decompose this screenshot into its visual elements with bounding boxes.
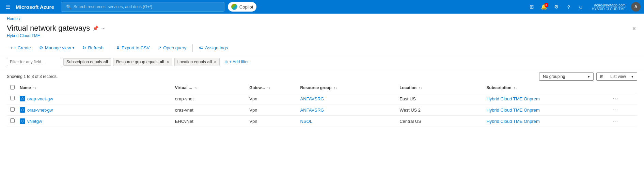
row-checkbox[interactable]	[10, 96, 15, 100]
col-header-actions	[607, 83, 637, 93]
col-location-sort-icon: ↑↓	[419, 86, 422, 90]
col-name-sort-icon: ↑↓	[33, 86, 36, 90]
row-checkbox[interactable]	[10, 118, 15, 123]
row-subscription-cell: Hybrid Cloud TME Onprem	[483, 104, 607, 116]
open-query-label: Open query	[163, 45, 186, 50]
col-header-location[interactable]: Location ↑↓	[396, 83, 483, 93]
copilot-icon	[231, 4, 237, 10]
add-filter-label: + Add filter	[229, 60, 249, 64]
row-checkbox-cell[interactable]	[7, 116, 16, 127]
breadcrumb-home[interactable]: Home	[7, 16, 18, 21]
page-header: Virtual network gateways 📌 ··· Hybrid Cl…	[0, 22, 644, 42]
col-header-name[interactable]: Name ↑↓	[16, 83, 172, 93]
refresh-icon: ↻	[82, 45, 86, 50]
row-rg-cell: NSOL	[297, 116, 396, 127]
toolbar-divider-1	[110, 44, 110, 52]
pin-icon[interactable]: 📌	[93, 26, 98, 31]
grouping-label: No grouping	[543, 74, 565, 79]
hamburger-menu-icon[interactable]: ☰	[3, 4, 12, 10]
select-all-checkbox[interactable]	[10, 85, 15, 89]
row-rg-link[interactable]: NSOL	[300, 119, 312, 124]
row-subscription-cell: Hybrid Cloud TME Onprem	[483, 93, 607, 104]
main-content: Home › Virtual network gateways 📌 ··· Hy…	[0, 14, 644, 196]
row-gateway-cell: Vpn	[246, 116, 297, 127]
row-name-link[interactable]: vNetgw	[27, 119, 42, 124]
close-button[interactable]: ×	[631, 24, 637, 34]
filter-tag-rg-close[interactable]: ×	[167, 59, 169, 65]
assign-tags-button[interactable]: 🏷 Assign tags	[195, 44, 231, 52]
user-subscription: HYBRID CLOUD TME	[592, 7, 626, 11]
search-placeholder: Search resources, services, and docs (G+…	[74, 4, 152, 9]
table-row: ⬡ oras-vnet-gw oras-vnet Vpn ANFAVSRG We…	[7, 104, 637, 116]
col-location-label: Location	[399, 85, 417, 90]
filter-tag-location: Location equals all ×	[174, 58, 220, 66]
notifications-icon[interactable]: 🔔 5	[539, 1, 550, 12]
user-avatar[interactable]: A	[631, 2, 641, 12]
col-header-subscription[interactable]: Subscription ↑↓	[483, 83, 607, 93]
top-navigation: ☰ Microsoft Azure 🔍 Search resources, se…	[0, 0, 644, 14]
col-header-rg[interactable]: Resource group ↑↓	[297, 83, 396, 93]
open-query-icon: ↗	[158, 45, 161, 50]
select-all-header[interactable]	[7, 83, 16, 93]
toolbar-divider-2	[192, 44, 193, 52]
row-name-link[interactable]: oras-vnet-gw	[27, 108, 53, 113]
settings-icon[interactable]: ⚙	[551, 1, 562, 12]
user-info[interactable]: acao@netapp.com HYBRID CLOUD TME	[592, 3, 626, 11]
table-header-row: Name ↑↓ Virtual ... ↑↓ Gatew... ↑↓ Resou…	[7, 83, 637, 93]
export-csv-button[interactable]: ⬇ Export to CSV	[113, 44, 153, 52]
row-subscription-link[interactable]: Hybrid Cloud TME Onprem	[486, 108, 540, 113]
open-query-button[interactable]: ↗ Open query	[154, 44, 190, 52]
manage-view-button[interactable]: ⚙ Manage view ▾	[36, 44, 78, 52]
row-rg-link[interactable]: ANFAVSRG	[300, 108, 324, 113]
row-checkbox-cell[interactable]	[7, 104, 16, 116]
row-subscription-link[interactable]: Hybrid Cloud TME Onprem	[486, 119, 540, 124]
view-chevron: ▾	[631, 75, 633, 79]
records-bar: Showing 1 to 3 of 3 records. No grouping…	[0, 69, 644, 83]
row-more-actions-button[interactable]: ···	[611, 95, 620, 102]
notification-badge: 5	[545, 3, 548, 7]
row-actions-cell: ···	[607, 116, 637, 127]
col-rg-sort-icon: ↑↓	[334, 86, 337, 90]
search-box[interactable]: 🔍 Search resources, services, and docs (…	[61, 2, 224, 12]
row-rg-cell: ANFAVSRG	[297, 93, 396, 104]
copilot-label: Copilot	[239, 4, 253, 10]
row-subscription-link[interactable]: Hybrid Cloud TME Onprem	[486, 96, 540, 101]
create-button[interactable]: + + Create	[7, 44, 34, 52]
filter-input[interactable]	[7, 58, 61, 66]
col-sub-label: Subscription	[486, 85, 511, 90]
row-checkbox[interactable]	[10, 107, 15, 112]
grouping-dropdown[interactable]: No grouping ▾	[539, 72, 594, 81]
add-filter-button[interactable]: ⊕ + Add filter	[222, 59, 251, 65]
breadcrumb: Home ›	[0, 14, 644, 22]
resource-type-icon: ⬡	[20, 107, 25, 113]
row-location-cell: Central US	[396, 116, 483, 127]
row-more-actions-button[interactable]: ···	[611, 106, 620, 113]
feedback-icon[interactable]: ☺	[576, 1, 586, 12]
portal-icon[interactable]: ⊞	[527, 1, 537, 12]
row-checkbox-cell[interactable]	[7, 93, 16, 104]
help-icon[interactable]: ?	[563, 1, 574, 12]
resource-type-icon: ⬡	[20, 96, 25, 101]
filter-tag-rg-label: Resource group equals	[116, 60, 158, 64]
col-header-gateway[interactable]: Gatew... ↑↓	[246, 83, 297, 93]
search-icon: 🔍	[66, 4, 72, 10]
filter-bar: Subscription equals all Resource group e…	[0, 55, 644, 69]
create-icon: +	[10, 45, 13, 50]
resources-table: Name ↑↓ Virtual ... ↑↓ Gatew... ↑↓ Resou…	[7, 83, 637, 127]
table-row: ⬡ orap-vnet-gw orap-vnet Vpn ANFAVSRG Ea…	[7, 93, 637, 104]
page-title: Virtual network gateways 📌 ···	[7, 24, 106, 33]
more-options-icon[interactable]: ···	[101, 25, 106, 31]
col-header-virtual[interactable]: Virtual ... ↑↓	[172, 83, 246, 93]
row-name-link[interactable]: orap-vnet-gw	[27, 96, 53, 101]
add-filter-icon: ⊕	[224, 60, 228, 64]
refresh-button[interactable]: ↻ Refresh	[79, 44, 107, 52]
copilot-button[interactable]: Copilot	[228, 2, 256, 12]
grouping-chevron: ▾	[588, 75, 590, 79]
toolbar: + + Create ⚙ Manage view ▾ ↻ Refresh ⬇ E…	[0, 42, 644, 55]
row-more-actions-button[interactable]: ···	[611, 117, 620, 125]
filter-tag-location-close[interactable]: ×	[214, 59, 217, 65]
view-dropdown[interactable]: ⊞ List view ▾	[596, 72, 637, 81]
col-gateway-label: Gatew...	[249, 85, 265, 90]
row-rg-link[interactable]: ANFAVSRG	[300, 96, 324, 101]
view-icon: ⊞	[600, 74, 603, 79]
